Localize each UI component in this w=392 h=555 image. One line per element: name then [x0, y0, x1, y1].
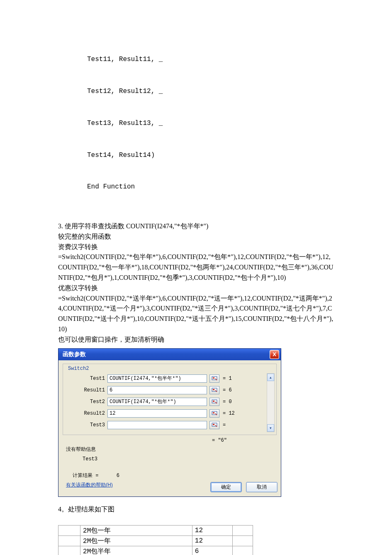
param-result: = 0 — [223, 399, 232, 405]
param-label: Result2 — [66, 411, 107, 416]
param-label: Test1 — [66, 376, 107, 381]
range-selector-button[interactable] — [209, 421, 219, 429]
param-row: Test1 = 1 — [66, 373, 274, 384]
dialog-titlebar[interactable]: 函数参数 X — [58, 349, 281, 360]
text-line: 资费汉字转换 — [58, 242, 334, 252]
calc-result-value: 6 — [117, 473, 119, 479]
param-input-result1[interactable] — [107, 386, 207, 394]
scroll-up-button[interactable]: ▴ — [267, 374, 274, 381]
cell-value: 12 — [192, 536, 232, 546]
cell-empty — [232, 526, 253, 536]
formula-text: =Switch2(COUNTIF(D2,"*包半年*"),6,COUNTIF(D… — [58, 252, 334, 283]
cell-empty — [58, 526, 80, 536]
range-selector-button[interactable] — [209, 409, 219, 418]
result-table-wrap: 2M包一年122M包一年122M包半年62M包半年62M包半年62M 包月12M… — [58, 525, 334, 555]
range-selector-icon — [212, 423, 217, 428]
calc-result-label: 计算结果 = — [73, 473, 98, 479]
param-input-test2[interactable] — [107, 398, 207, 406]
function-arguments-dialog: 函数参数 X Switch2 Test1 = 1 Result1 — [58, 348, 281, 497]
cell-empty — [58, 546, 80, 555]
cell-empty — [58, 536, 80, 546]
cell-name: 2M包一年 — [80, 526, 192, 536]
selected-param-name: Test3 — [83, 456, 277, 462]
cell-name: 2M包一年 — [80, 536, 192, 546]
text-line: 较完整的实用函数 — [58, 232, 334, 242]
param-result: = 6 — [223, 387, 232, 393]
range-selector-icon — [212, 399, 217, 404]
formula-text: =Switch2(COUNTIF(D2,"*送半年*"),6,COUNTIF(D… — [58, 293, 334, 335]
svg-rect-5 — [213, 401, 214, 402]
range-selector-button[interactable] — [209, 398, 219, 406]
param-row: Test3 = — [66, 420, 274, 430]
svg-rect-7 — [213, 412, 214, 413]
table-row: 2M包一年12 — [58, 536, 253, 546]
param-input-test1[interactable] — [107, 374, 207, 383]
range-selector-icon — [212, 388, 217, 393]
function-help-link[interactable]: 有关该函数的帮助(H) — [66, 482, 113, 488]
cell-name: 2M包半年 — [80, 546, 192, 555]
code-line: Test13, Result13, _ — [87, 118, 334, 129]
range-selector-icon — [212, 376, 217, 381]
range-selector-button[interactable] — [209, 374, 219, 383]
chevron-down-icon: ▾ — [270, 426, 272, 430]
param-label: Test2 — [66, 399, 107, 405]
code-line: Test14, Result14) — [87, 150, 334, 161]
code-line: End Function — [87, 182, 334, 193]
param-input-result2[interactable] — [107, 409, 207, 418]
param-label: Test3 — [66, 422, 107, 428]
code-line: Test11, Result11, _ — [87, 54, 334, 65]
params-group: Switch2 Test1 = 1 Result1 = 6 — [63, 364, 277, 435]
dialog-title: 函数参数 — [63, 351, 270, 358]
code-line: Test12, Result12, _ — [87, 86, 334, 97]
range-selector-button[interactable] — [209, 386, 219, 394]
scroll-down-button[interactable]: ▾ — [267, 424, 274, 432]
result-table: 2M包一年122M包一年122M包半年62M包半年62M包半年62M 包月12M… — [58, 525, 253, 555]
param-input-test3[interactable] — [107, 421, 207, 429]
svg-rect-1 — [213, 377, 214, 379]
param-row: Test2 = 0 — [66, 396, 274, 407]
cell-empty — [232, 546, 253, 555]
param-result: = 12 — [223, 411, 235, 416]
table-row: 2M包一年12 — [58, 526, 253, 536]
no-help-text: 没有帮助信息 — [66, 446, 277, 453]
svg-rect-9 — [213, 424, 214, 425]
range-selector-icon — [212, 411, 217, 416]
calc-result-line: 计算结果 = 6 — [73, 472, 277, 479]
text-line: 也可以使用窗口操作，更加清析明确 — [58, 335, 334, 345]
overall-result: = "6" — [63, 438, 277, 443]
cell-value: 12 — [192, 526, 232, 536]
param-row: Result1 = 6 — [66, 385, 274, 396]
param-row: Result2 = 12 — [66, 408, 274, 419]
table-row: 2M包半年6 — [58, 546, 253, 555]
params-scrollbar[interactable]: ▴ ▾ — [267, 373, 275, 432]
close-button[interactable]: X — [270, 350, 279, 359]
section4-heading: 4。处理结果如下图 — [58, 504, 334, 515]
chevron-up-icon: ▴ — [270, 375, 272, 379]
param-label: Result1 — [66, 387, 107, 393]
code-block: Test11, Result11, _ Test12, Result12, _ … — [87, 33, 334, 214]
text-line: 优惠汉字转换 — [58, 283, 334, 293]
function-name-label: Switch2 — [68, 366, 274, 372]
svg-rect-3 — [213, 389, 214, 390]
close-icon: X — [273, 351, 276, 357]
section3-heading: 3. 使用字符串查找函数 COUNTIF(I2474,"*包半年*") — [58, 221, 334, 232]
cell-empty — [232, 536, 253, 546]
cell-value: 6 — [192, 546, 232, 555]
param-result: = 1 — [223, 376, 232, 381]
param-result: = — [223, 422, 226, 428]
